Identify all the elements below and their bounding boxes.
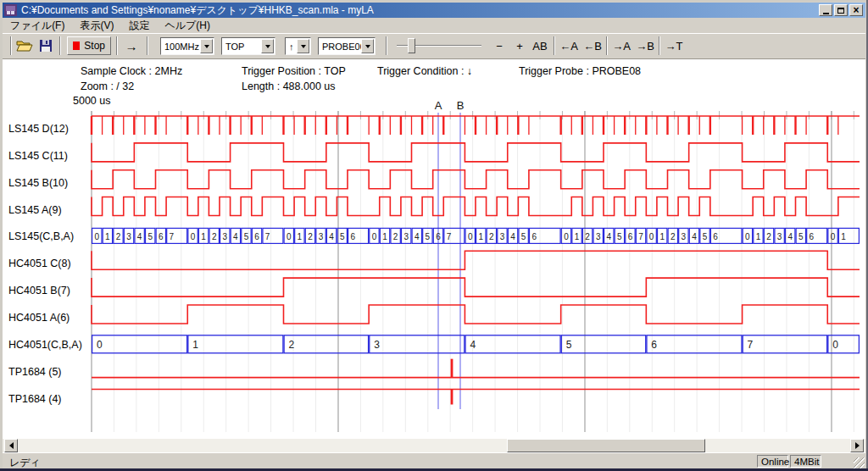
toolbar-separator xyxy=(147,36,148,55)
chevron-down-icon xyxy=(265,45,270,48)
trigger-probe-value: PROBE00 xyxy=(319,42,361,52)
horizontal-scrollbar[interactable] xyxy=(3,439,865,452)
close-icon: × xyxy=(853,6,859,14)
goto-cursor-b-left-button[interactable]: ←B xyxy=(581,36,604,55)
combo-dropdown-button[interactable] xyxy=(297,39,309,53)
resize-grip[interactable] xyxy=(854,457,865,468)
app-window: ABLS145 D(12)LS145 C(11)LS145 B(10)LS145… xyxy=(0,0,868,471)
zoom-slider-thumb[interactable] xyxy=(408,38,415,53)
zoom-info: Zoom : / 32 xyxy=(81,80,134,92)
close-button[interactable]: × xyxy=(849,4,863,16)
toolbar-separator xyxy=(116,36,118,55)
sample-clock-combo[interactable]: 100MHz xyxy=(160,37,214,55)
trigger-probe-combo[interactable]: PROBE00 xyxy=(318,37,376,55)
stop-label: Stop xyxy=(84,40,105,52)
arrow-right-icon xyxy=(855,442,860,449)
combo-dropdown-button[interactable] xyxy=(261,39,274,53)
stop-icon xyxy=(73,42,80,50)
trigger-position-value: TOP xyxy=(222,42,261,52)
zoom-ab-button[interactable]: AB xyxy=(530,36,550,55)
toolbar: Stop → 100MHz TOP ↑ PROBE00 − + AB ←A ←B xyxy=(3,33,865,59)
trigger-position-combo[interactable]: TOP xyxy=(221,37,275,55)
status-bar: レディ Online 4MBit xyxy=(3,452,865,469)
zoom-in-button[interactable]: + xyxy=(511,36,528,55)
scroll-left-button[interactable] xyxy=(4,439,18,452)
status-online-badge: Online xyxy=(757,455,788,468)
goto-cursor-a-left-button[interactable]: ←A xyxy=(558,36,580,55)
goto-trigger-button[interactable]: →T xyxy=(663,36,685,55)
trigger-position-info: Trigger Position : TOP xyxy=(242,65,346,77)
goto-cursor-a-right-button[interactable]: →A xyxy=(610,36,632,55)
waveform-client-area xyxy=(3,58,865,439)
toolbar-separator xyxy=(10,36,12,55)
zoom-out-button[interactable]: − xyxy=(491,36,508,55)
combo-dropdown-button[interactable] xyxy=(200,39,213,53)
minimize-button[interactable] xyxy=(819,4,832,16)
title-bar[interactable]: C:¥Documents and Settings¥noname¥デスクトップ¥… xyxy=(3,3,865,18)
minimize-icon xyxy=(823,13,829,14)
trigger-condition-info: Trigger Condition : ↓ xyxy=(377,65,472,77)
combo-dropdown-button[interactable] xyxy=(361,39,374,53)
save-floppy-icon xyxy=(39,39,53,53)
sample-clock-value: 100MHz xyxy=(161,42,200,52)
goto-cursor-b-right-button[interactable]: →B xyxy=(634,36,656,55)
window-border xyxy=(0,0,868,2)
toolbar-separator xyxy=(606,36,608,55)
toolbar-separator xyxy=(554,36,555,55)
length-info: Length : 488.000 us xyxy=(242,80,336,92)
toolbar-separator xyxy=(386,36,387,55)
trigger-probe-info: Trigger Probe : PROBE08 xyxy=(519,65,641,77)
maximize-icon xyxy=(837,8,844,14)
scroll-right-button[interactable] xyxy=(850,439,864,452)
toolbar-separator xyxy=(59,36,61,55)
maximize-button[interactable] xyxy=(834,4,848,16)
open-file-button[interactable] xyxy=(15,36,34,55)
run-button[interactable]: → xyxy=(120,36,142,55)
open-folder-icon xyxy=(16,39,33,53)
window-border xyxy=(0,0,3,471)
menu-bar: ファイル(F) 表示(V) 設定 ヘルプ(H) xyxy=(3,18,865,33)
chevron-down-icon xyxy=(204,45,209,48)
stop-button[interactable]: Stop xyxy=(67,36,111,55)
time-origin-label: 5000 us xyxy=(73,95,110,107)
menu-file[interactable]: ファイル(F) xyxy=(3,17,72,35)
window-title: C:¥Documents and Settings¥noname¥デスクトップ¥… xyxy=(21,3,819,18)
trigger-edge-combo[interactable]: ↑ xyxy=(285,37,311,55)
menu-help[interactable]: ヘルプ(H) xyxy=(157,17,218,35)
scrollbar-thumb[interactable] xyxy=(507,439,705,452)
toolbar-separator xyxy=(659,36,660,55)
chevron-down-icon xyxy=(365,45,370,48)
status-memory-badge: 4MBit xyxy=(790,455,821,468)
app-icon xyxy=(4,3,18,17)
sample-clock-info: Sample Clock : 2MHz xyxy=(81,65,182,77)
save-button[interactable] xyxy=(37,36,54,55)
chevron-down-icon xyxy=(301,45,306,48)
arrow-left-icon xyxy=(9,442,14,449)
menu-settings[interactable]: 設定 xyxy=(121,17,157,35)
menu-view[interactable]: 表示(V) xyxy=(72,17,121,35)
trigger-edge-value: ↑ xyxy=(286,42,297,52)
